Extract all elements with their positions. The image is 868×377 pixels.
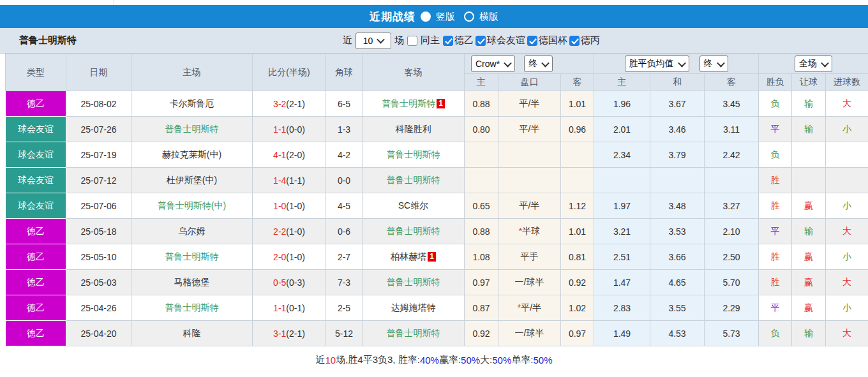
summary-segment: 50% xyxy=(461,355,480,366)
avg-away: 5.73 xyxy=(705,321,759,346)
vertical-layout-radio[interactable] xyxy=(421,11,431,22)
odds-away xyxy=(561,142,594,168)
avg-final-select[interactable]: 终 xyxy=(700,55,728,72)
away-team-link[interactable]: 科隆胜利 xyxy=(396,124,431,134)
avg-home: 1.47 xyxy=(594,270,650,295)
match-date: 25-05-10 xyxy=(66,244,131,270)
home-team-link[interactable]: 杜伊斯堡(中) xyxy=(167,175,217,185)
away-team-link[interactable]: 普鲁士明斯特 xyxy=(387,277,440,287)
league-checkbox[interactable] xyxy=(475,36,486,46)
handicap: 平/半 xyxy=(520,200,540,211)
corners: 4-5 xyxy=(326,193,363,219)
away-team-link[interactable]: 普鲁士明斯特 xyxy=(387,149,440,159)
home-team-link[interactable]: 卡尔斯鲁厄 xyxy=(170,98,214,108)
avg-away: 2.42 xyxy=(705,142,759,168)
goals-result xyxy=(826,168,868,193)
col-header-handicap-result: 让球 xyxy=(792,74,826,91)
corners: 0-6 xyxy=(326,219,363,244)
away-rank-badge: 1 xyxy=(428,252,436,262)
home-team-link[interactable]: 科隆 xyxy=(183,328,201,338)
match-date: 25-08-02 xyxy=(66,91,131,117)
home-team-link[interactable]: 普鲁士明斯特 xyxy=(165,124,219,134)
full-time-score: 0-5 xyxy=(273,277,286,288)
match-date: 25-04-26 xyxy=(66,295,131,321)
odds-home xyxy=(465,168,498,193)
result: 负 xyxy=(759,321,792,346)
match-count-select[interactable]: 10 xyxy=(355,33,391,49)
top-strip xyxy=(0,0,868,5)
odds-final-select[interactable]: 终 xyxy=(524,55,553,72)
handicap: 一/球半 xyxy=(515,328,544,338)
home-team-link[interactable]: 普鲁士明斯特(中) xyxy=(158,200,226,211)
league-checkbox[interactable] xyxy=(527,36,537,46)
handicap-result: 赢 xyxy=(792,244,826,270)
col-header-home: 主场 xyxy=(131,54,253,91)
odds-provider-select[interactable]: Crow* xyxy=(471,55,515,72)
avg-away: 3.11 xyxy=(705,117,759,142)
away-team-link[interactable]: 普鲁士明斯特 xyxy=(387,226,440,236)
table-row: 德乙 25-04-20 科隆 3-1(2-1) 5-12 普鲁士明斯特 0.92… xyxy=(6,321,868,346)
home-team-link[interactable]: 马格德堡 xyxy=(174,277,210,287)
result: 负 xyxy=(759,142,792,168)
summary-segment: 大: xyxy=(480,354,492,366)
half-time-score: (2-0) xyxy=(286,150,305,160)
col-header-odds-away: 客 xyxy=(561,74,594,91)
league-label: 德国杯 xyxy=(539,34,567,47)
vertical-layout-label: 竖版 xyxy=(436,11,455,23)
league-checkbox[interactable] xyxy=(569,36,580,46)
result: 平 xyxy=(759,117,792,142)
away-team-link[interactable]: 普鲁士明斯特 xyxy=(387,328,440,338)
league-type-badge: 德乙 xyxy=(6,321,66,346)
odds-home: 1.08 xyxy=(465,244,498,270)
away-team-link[interactable]: 普鲁士明斯特 xyxy=(382,98,435,108)
horizontal-layout-label: 横版 xyxy=(479,11,498,23)
home-team-link[interactable]: 普鲁士明斯特 xyxy=(165,251,219,262)
col-header-type: 类型 xyxy=(6,54,66,91)
full-time-score: 1-0 xyxy=(273,201,286,211)
full-time-score: 1-1 xyxy=(273,124,286,135)
avg-odds-select[interactable]: 胜平负均值 xyxy=(625,55,689,72)
goals-result: 小 xyxy=(826,117,868,142)
league-label: 德丙 xyxy=(581,34,600,47)
summary-segment: 10 xyxy=(325,355,336,366)
avg-draw: 3.48 xyxy=(650,193,705,219)
result: 胜 xyxy=(759,168,792,193)
avg-away xyxy=(705,168,759,193)
avg-draw: 3.53 xyxy=(650,219,705,244)
avg-away: 5.70 xyxy=(705,270,759,295)
full-time-score: 3-2 xyxy=(273,99,286,109)
league-label: 德乙 xyxy=(454,34,474,47)
summary-segment: 50% xyxy=(492,355,511,366)
away-team-link[interactable]: SC维尔 xyxy=(398,200,428,211)
summary-segment: 近 xyxy=(315,354,325,366)
scope-select[interactable]: 全场 xyxy=(795,55,832,72)
half-time-score: (0-3) xyxy=(286,277,305,288)
result: 平 xyxy=(759,219,792,244)
horizontal-layout-radio[interactable] xyxy=(464,11,474,22)
table-row: 球会友谊 25-07-06 普鲁士明斯特(中) 1-0(1-0) 4-5 SC维… xyxy=(6,193,868,219)
filter-bar: 普鲁士明斯特 近 10 场 同主 德乙球会友谊德国杯德丙 xyxy=(0,28,868,54)
full-time-score: 4-1 xyxy=(273,150,286,160)
chevron-down-icon xyxy=(541,59,550,67)
corners: 2-7 xyxy=(326,244,363,270)
odds-away: 0.81 xyxy=(561,244,594,270)
odds-home: 0.97 xyxy=(465,270,498,295)
league-checkbox[interactable] xyxy=(443,36,453,46)
odds-home: 0.88 xyxy=(465,219,498,244)
handicap-result: 赢 xyxy=(792,270,826,295)
avg-home: 3.21 xyxy=(594,219,650,244)
odds-away: 1.02 xyxy=(561,295,594,321)
handicap: 平/半 xyxy=(520,98,540,108)
goals-result: 小 xyxy=(826,295,868,321)
near-label: 近 xyxy=(343,34,352,47)
title-bar: 近期战绩 竖版 横版 xyxy=(0,5,868,28)
home-team-link[interactable]: 普鲁士明斯特 xyxy=(165,302,219,313)
league-type-badge: 球会友谊 xyxy=(6,168,66,193)
away-team-link[interactable]: 柏林赫塔 xyxy=(391,251,426,262)
home-team-link[interactable]: 乌尔姆 xyxy=(179,226,206,236)
home-team-link[interactable]: 赫拉克莱斯(中) xyxy=(162,149,221,159)
away-team-link[interactable]: 普鲁士明斯特 xyxy=(387,175,440,185)
away-team-link[interactable]: 达姆施塔特 xyxy=(391,302,436,313)
same-home-checkbox[interactable] xyxy=(407,36,417,46)
col-header-avg-draw: 和 xyxy=(650,74,705,91)
